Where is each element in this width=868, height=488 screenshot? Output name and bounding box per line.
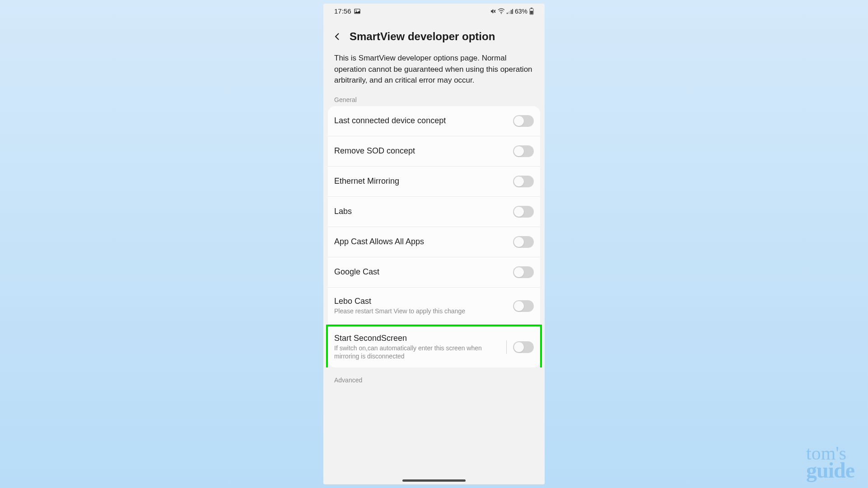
toggle-ethernet-mirroring[interactable] bbox=[513, 176, 534, 187]
setting-label: Remove SOD concept bbox=[334, 146, 513, 156]
svg-rect-5 bbox=[507, 13, 508, 14]
toggle-knob bbox=[514, 342, 524, 352]
setting-label: Start SecondScreen bbox=[334, 334, 506, 343]
toggle-lebo-cast[interactable] bbox=[513, 300, 534, 312]
toggle-start-second-screen[interactable] bbox=[513, 341, 534, 353]
setting-last-connected[interactable]: Last connected device concept bbox=[328, 106, 540, 136]
toggle-google-cast[interactable] bbox=[513, 266, 534, 278]
home-indicator[interactable] bbox=[402, 479, 466, 482]
mute-icon bbox=[490, 8, 496, 14]
toggle-app-cast[interactable] bbox=[513, 236, 534, 248]
divider bbox=[506, 340, 507, 354]
setting-ethernet-mirroring[interactable]: Ethernet Mirroring bbox=[328, 167, 540, 197]
setting-label: Google Cast bbox=[334, 267, 513, 277]
toggle-knob bbox=[514, 237, 524, 247]
battery-icon bbox=[529, 8, 534, 15]
setting-label: Labs bbox=[334, 207, 513, 216]
back-icon[interactable] bbox=[333, 33, 341, 41]
svg-rect-12 bbox=[530, 11, 533, 14]
svg-rect-6 bbox=[508, 12, 509, 14]
status-time: 17:56 bbox=[334, 7, 351, 15]
setting-sublabel: Please restart Smart View to apply this … bbox=[334, 307, 513, 315]
toggle-knob bbox=[514, 146, 524, 156]
setting-start-second-screen[interactable]: Start SecondScreen If switch on,can auto… bbox=[326, 325, 542, 367]
status-bar: 17:56 63% bbox=[323, 4, 545, 17]
setting-lebo-cast[interactable]: Lebo Cast Please restart Smart View to a… bbox=[328, 288, 540, 325]
setting-sublabel: If switch on,can automatically enter thi… bbox=[334, 344, 506, 360]
battery-percent: 63% bbox=[515, 8, 527, 15]
watermark-logo: tom's guide bbox=[806, 446, 854, 480]
page-description: This is SmartView developer options page… bbox=[323, 50, 545, 93]
svg-rect-8 bbox=[511, 10, 512, 14]
svg-point-4 bbox=[501, 13, 502, 14]
setting-remove-sod[interactable]: Remove SOD concept bbox=[328, 136, 540, 167]
watermark-bottom: guide bbox=[806, 461, 854, 480]
svg-point-1 bbox=[355, 10, 356, 11]
status-bar-left: 17:56 bbox=[334, 7, 360, 15]
section-header-advanced: Advanced bbox=[323, 367, 545, 387]
signal-icon bbox=[507, 9, 513, 14]
status-bar-right: 63% bbox=[490, 8, 534, 15]
page-title: SmartView developer option bbox=[350, 30, 495, 43]
section-header-general: General bbox=[323, 93, 545, 106]
toggle-remove-sod[interactable] bbox=[513, 145, 534, 157]
setting-label: Ethernet Mirroring bbox=[334, 177, 513, 186]
setting-label: Lebo Cast bbox=[334, 297, 513, 306]
setting-app-cast[interactable]: App Cast Allows All Apps bbox=[328, 227, 540, 257]
page-header: SmartView developer option bbox=[323, 17, 545, 50]
setting-label: Last connected device concept bbox=[334, 116, 513, 125]
toggle-knob bbox=[514, 177, 524, 186]
setting-labs[interactable]: Labs bbox=[328, 197, 540, 227]
svg-rect-7 bbox=[509, 11, 510, 14]
wifi-icon bbox=[498, 8, 505, 14]
toggle-labs[interactable] bbox=[513, 206, 534, 218]
toggle-last-connected[interactable] bbox=[513, 115, 534, 127]
toggle-knob bbox=[514, 301, 524, 311]
toggle-knob bbox=[514, 267, 524, 277]
setting-label: App Cast Allows All Apps bbox=[334, 237, 513, 246]
svg-rect-9 bbox=[512, 9, 513, 14]
phone-screenshot: 17:56 63% SmartView developer option bbox=[323, 4, 545, 484]
settings-list-general: Last connected device concept Remove SOD… bbox=[328, 106, 540, 368]
picture-icon bbox=[354, 8, 360, 14]
toggle-knob bbox=[514, 116, 524, 126]
setting-google-cast[interactable]: Google Cast bbox=[328, 257, 540, 288]
toggle-knob bbox=[514, 207, 524, 217]
